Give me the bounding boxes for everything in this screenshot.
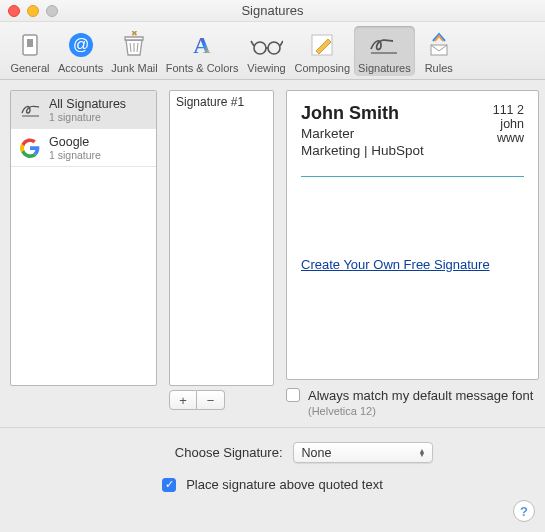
preview-company: Marketing | HubSpot [301,143,424,158]
trash-icon: ✖ [114,28,154,62]
signature-item[interactable]: Signature #1 [176,95,267,109]
window-title: Signatures [0,3,545,18]
svg-point-9 [254,42,266,54]
divider [301,176,524,177]
tab-junk-mail[interactable]: ✖ Junk Mail [107,26,161,76]
chevron-updown-icon: ▲▼ [419,449,426,457]
create-signature-link[interactable]: Create Your Own Free Signature [301,257,490,272]
account-title: Google [49,135,101,149]
tab-composing[interactable]: Composing [290,26,354,76]
footer: Choose Signature: None ▲▼ ✓ Place signat… [0,428,545,516]
add-signature-button[interactable]: + [169,390,197,410]
at-icon: @ [61,28,101,62]
account-item-google[interactable]: Google 1 signature [11,129,156,167]
svg-line-13 [280,41,283,46]
place-above-checkbox[interactable]: ✓ [162,478,176,492]
preview-contact-web: www [493,131,524,145]
tab-signatures[interactable]: Signatures [354,26,415,76]
tab-label: Signatures [358,62,411,74]
accounts-list[interactable]: All Signatures 1 signature Google 1 sign… [10,90,157,386]
tab-label: Fonts & Colors [166,62,239,74]
tab-label: Composing [294,62,350,74]
account-item-all[interactable]: All Signatures 1 signature [11,91,156,129]
place-above-label: Place signature above quoted text [186,477,383,492]
tab-fonts-colors[interactable]: A Fonts & Colors [162,26,243,76]
google-icon [19,137,41,159]
svg-line-12 [251,41,254,46]
tab-rules[interactable]: Rules [415,26,463,76]
account-subtitle: 1 signature [49,111,126,123]
remove-signature-button[interactable]: − [197,390,225,410]
preview-contact-phone: 111 2 [493,103,524,117]
signature-preview[interactable]: John Smith Marketer Marketing | HubSpot … [286,90,539,380]
add-remove-controls: + − [169,390,280,410]
svg-text:✖: ✖ [131,31,138,38]
preview-name: John Smith [301,103,424,124]
help-button[interactable]: ? [513,500,535,522]
account-title: All Signatures [49,97,126,111]
content-area: All Signatures 1 signature Google 1 sign… [0,80,545,428]
account-subtitle: 1 signature [49,149,101,161]
rules-icon [419,28,459,62]
svg-rect-1 [27,39,33,47]
glasses-icon [246,28,286,62]
tab-accounts[interactable]: @ Accounts [54,26,107,76]
signature-list[interactable]: Signature #1 [169,90,274,386]
compose-icon [302,28,342,62]
tab-label: Rules [425,62,453,74]
titlebar: Signatures [0,0,545,22]
tab-viewing[interactable]: Viewing [242,26,290,76]
switch-icon [10,28,50,62]
match-font-checkbox[interactable] [286,388,300,402]
preferences-toolbar: General @ Accounts ✖ Junk Mail A Fonts &… [0,22,545,80]
preview-contact-email: john [493,117,524,131]
choose-signature-label: Choose Signature: [113,445,283,460]
match-font-hint: (Helvetica 12) [308,405,533,417]
signature-icon [19,99,41,121]
select-value: None [302,446,332,460]
signature-icon [364,28,404,62]
tab-label: Junk Mail [111,62,157,74]
tab-label: General [10,62,49,74]
svg-point-10 [268,42,280,54]
preview-role: Marketer [301,126,424,141]
match-font-label: Always match my default message font [308,388,533,403]
svg-text:A: A [193,32,211,58]
choose-signature-select[interactable]: None ▲▼ [293,442,433,463]
tab-label: Viewing [247,62,285,74]
svg-text:@: @ [73,36,89,53]
tab-general[interactable]: General [6,26,54,76]
fonts-icon: A [182,28,222,62]
tab-label: Accounts [58,62,103,74]
